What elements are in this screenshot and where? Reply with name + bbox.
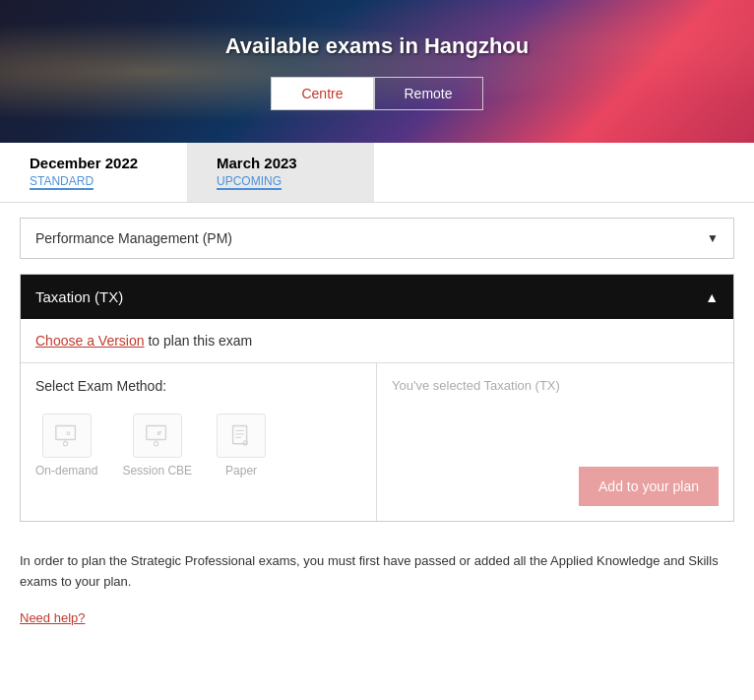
subject-dropdown[interactable]: Performance Management (PM) ▼ (20, 218, 734, 259)
accordion-header[interactable]: Taxation (TX) ▲ (21, 275, 733, 319)
month-tab-mar2023-name: March 2023 (217, 155, 345, 171)
hero-banner: Available exams in Hangzhou Centre Remot… (0, 0, 754, 143)
hero-title: Available exams in Hangzhou (225, 33, 530, 59)
main-content: Performance Management (PM) ▼ Taxation (… (0, 218, 754, 626)
exam-icons-group: On-demand (35, 414, 361, 477)
need-help-link[interactable]: Need help? (20, 610, 86, 625)
on-demand-icon (53, 422, 81, 450)
paper-icon-box (217, 414, 266, 458)
svg-rect-0 (55, 425, 75, 439)
svg-rect-4 (147, 425, 166, 439)
selected-exam-text: You've selected Taxation (TX) (392, 378, 560, 393)
remote-tab[interactable]: Remote (374, 77, 483, 110)
month-tab-dec2022-status: STANDARD (30, 174, 94, 190)
svg-point-3 (67, 431, 70, 434)
exam-method-label: Select Exam Method: (35, 378, 361, 394)
session-cbe-option[interactable]: Session CBE (122, 414, 192, 477)
on-demand-icon-box (42, 414, 92, 458)
paper-option[interactable]: Paper (217, 414, 266, 477)
session-cbe-icon-box (133, 414, 182, 458)
dropdown-arrow-icon: ▼ (707, 231, 719, 245)
exam-method-left: Select Exam Method: (21, 363, 377, 521)
svg-point-1 (63, 441, 67, 445)
paper-label: Paper (225, 464, 257, 477)
info-text: In order to plan the Strategic Professio… (20, 537, 734, 603)
centre-tab[interactable]: Centre (271, 77, 373, 110)
month-tab-mar2023[interactable]: March 2023 UPCOMING (187, 143, 374, 202)
choose-version-row: Choose a Version to plan this exam (21, 319, 733, 363)
dropdown-selected-label: Performance Management (PM) (35, 230, 232, 246)
accordion-toggle-icon: ▲ (705, 289, 719, 305)
choose-version-suffix: to plan this exam (145, 333, 253, 349)
add-to-plan-button[interactable]: Add to your plan (579, 467, 719, 506)
exam-type-tabs: Centre Remote (271, 77, 482, 110)
on-demand-label: On-demand (35, 464, 97, 477)
choose-version-link[interactable]: Choose a Version (35, 333, 145, 349)
month-tabs: December 2022 STANDARD March 2023 UPCOMI… (0, 143, 754, 203)
exam-method-right: You've selected Taxation (TX) Add to you… (377, 363, 733, 521)
svg-point-5 (154, 441, 157, 445)
on-demand-option[interactable]: On-demand (35, 414, 97, 477)
session-cbe-icon (144, 422, 171, 450)
taxation-accordion: Taxation (TX) ▲ Choose a Version to plan… (20, 274, 734, 522)
accordion-body: Choose a Version to plan this exam Selec… (21, 319, 733, 521)
month-tab-dec2022-name: December 2022 (30, 155, 157, 171)
session-cbe-label: Session CBE (122, 464, 192, 477)
month-tab-mar2023-status: UPCOMING (217, 174, 282, 190)
month-tab-dec2022[interactable]: December 2022 STANDARD (0, 143, 187, 202)
exam-method-section: Select Exam Method: (21, 363, 733, 521)
paper-icon (227, 422, 255, 450)
accordion-title: Taxation (TX) (35, 288, 123, 305)
